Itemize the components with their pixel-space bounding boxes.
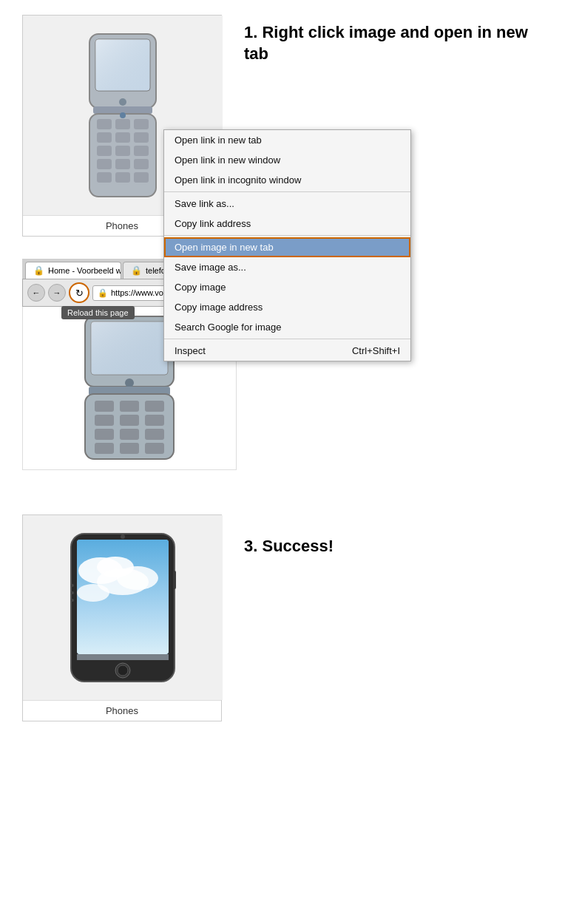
svg-rect-33 [145, 415, 164, 426]
svg-rect-18 [97, 172, 112, 183]
svg-rect-20 [134, 172, 149, 183]
section3: Phones 3. Success! [22, 514, 540, 721]
svg-point-25 [125, 378, 134, 387]
ctx-copy-link-address[interactable]: Copy link address [164, 214, 410, 234]
svg-rect-34 [95, 429, 114, 440]
ctx-inspect-shortcut: Ctrl+Shift+I [352, 345, 400, 356]
svg-rect-7 [115, 119, 130, 129]
svg-rect-14 [134, 146, 149, 156]
svg-rect-38 [120, 443, 139, 454]
smartphone-svg [56, 526, 189, 689]
ctx-open-link-new-window[interactable]: Open link in new window [164, 150, 410, 170]
tab1-emoji: 🔒 [33, 265, 44, 276]
svg-rect-6 [97, 119, 112, 129]
svg-rect-10 [115, 132, 130, 143]
svg-rect-15 [97, 159, 112, 169]
svg-rect-35 [120, 429, 139, 440]
ctx-inspect[interactable]: Inspect Ctrl+Shift+I [164, 341, 410, 361]
tab1-label: Home - Voorbeeld w... [48, 266, 121, 275]
svg-rect-12 [97, 146, 112, 156]
svg-rect-36 [145, 429, 164, 440]
section1: Phones 1. Right click image and open in … [22, 15, 540, 237]
svg-point-52 [71, 584, 74, 587]
svg-point-21 [120, 112, 126, 118]
svg-rect-13 [115, 146, 130, 156]
reload-wrapper: ↻ Reload this page [69, 282, 89, 303]
svg-rect-55 [173, 571, 176, 589]
svg-rect-9 [97, 132, 112, 143]
ctx-copy-image[interactable]: Copy image [164, 277, 410, 297]
ctx-open-image-new-tab[interactable]: Open image in new tab [164, 237, 410, 257]
svg-point-50 [118, 665, 128, 676]
context-menu: Open link in new tab Open link in new wi… [163, 129, 411, 361]
step3-title: 3. Success! [244, 537, 334, 556]
ctx-search-google-image[interactable]: Search Google for image [164, 317, 410, 337]
ctx-copy-image-address[interactable]: Copy image address [164, 297, 410, 317]
ctx-inspect-label: Inspect [175, 345, 206, 356]
svg-point-48 [121, 534, 125, 539]
phone-card-2: Phones [22, 514, 222, 721]
reload-tooltip: Reload this page [61, 306, 135, 319]
ctx-open-link-new-tab[interactable]: Open link in new tab [164, 130, 410, 150]
reload-button[interactable]: ↻ [69, 282, 89, 303]
svg-rect-17 [134, 159, 149, 169]
svg-rect-11 [134, 132, 149, 143]
ctx-save-image-as[interactable]: Save image as... [164, 257, 410, 277]
back-button[interactable]: ← [27, 284, 45, 302]
svg-rect-2 [95, 39, 150, 91]
browser-tab-1[interactable]: 🔒 Home - Voorbeeld w... ✕ [25, 262, 121, 279]
svg-point-3 [119, 98, 126, 106]
svg-rect-16 [115, 159, 130, 169]
lock-icon: 🔒 [98, 288, 108, 298]
svg-rect-30 [145, 401, 164, 412]
svg-rect-39 [145, 443, 164, 454]
svg-rect-24 [91, 322, 168, 375]
svg-rect-8 [134, 119, 149, 129]
step1-title: 1. Right click image and open in new tab [244, 22, 540, 64]
svg-point-47 [77, 584, 109, 602]
ctx-open-link-incognito[interactable]: Open link in incognito window [164, 170, 410, 190]
svg-point-54 [71, 599, 74, 602]
tab2-emoji: 🔒 [131, 265, 142, 276]
flip-phone-svg [75, 30, 171, 200]
svg-point-53 [71, 591, 74, 594]
ctx-save-link-as[interactable]: Save link as... [164, 194, 410, 214]
svg-rect-31 [95, 415, 114, 426]
svg-rect-51 [77, 654, 169, 660]
phone-image-2 [23, 515, 223, 700]
svg-rect-32 [120, 415, 139, 426]
svg-rect-37 [95, 443, 114, 454]
svg-rect-29 [120, 401, 139, 412]
svg-rect-28 [95, 401, 114, 412]
svg-rect-19 [115, 172, 130, 183]
forward-button[interactable]: → [48, 284, 66, 302]
phone-card-2-label: Phones [23, 700, 221, 721]
